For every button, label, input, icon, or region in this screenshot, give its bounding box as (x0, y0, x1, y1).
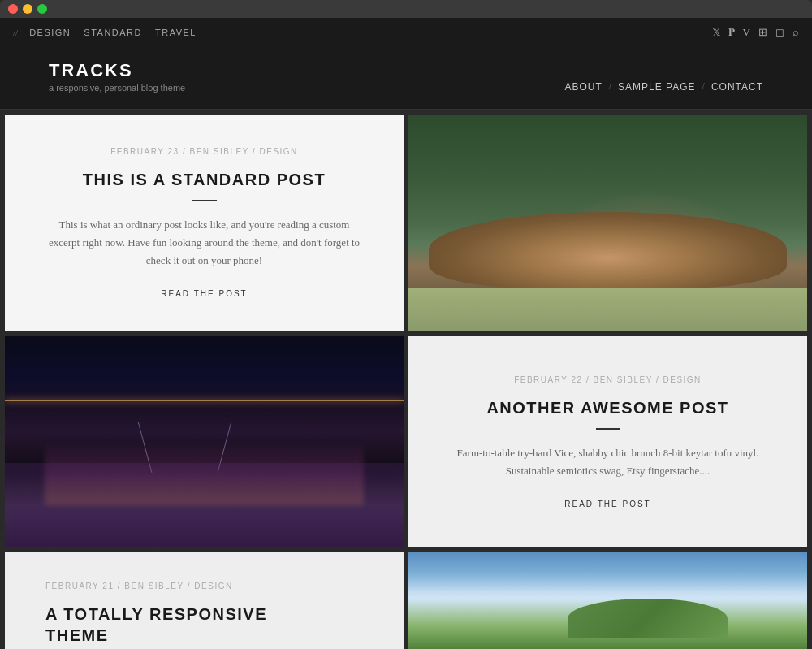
post-2-meta: FEBRUARY 22 / BEN SIBLEY / DESIGN (514, 375, 702, 384)
top-nav-item-standard[interactable]: STANDARD (79, 28, 147, 37)
post-1-divider (192, 200, 217, 201)
site-navigation: ABOUT / SAMPLE PAGE / CONTACT (564, 80, 763, 93)
post-3-image (408, 552, 807, 649)
post-1-image (408, 115, 807, 331)
nav-separator-2: / (702, 80, 705, 93)
bridge-cable-left (137, 422, 152, 473)
instagram-icon[interactable]: ◻ (775, 26, 784, 39)
post-2-excerpt: Farm-to-table try-hard Vice, shabby chic… (449, 444, 767, 480)
traffic-lights (8, 4, 47, 14)
bridge-lights (5, 421, 404, 474)
nav-sample-page[interactable]: SAMPLE PAGE (618, 81, 695, 93)
post-card-3: FEBRUARY 21 / BEN SIBLEY / DESIGN A TOTA… (5, 552, 404, 649)
bridge-cable-right (218, 422, 232, 473)
main-content-grid: FEBRUARY 23 / BEN SIBLEY / DESIGN THIS I… (0, 110, 812, 649)
top-nav-item-travel[interactable]: TRAVEL (150, 28, 201, 37)
post-card-2: FEBRUARY 22 / BEN SIBLEY / DESIGN ANOTHE… (408, 336, 807, 547)
post-1-meta: FEBRUARY 23 / BEN SIBLEY / DESIGN (110, 147, 298, 156)
post-2-image (5, 336, 404, 547)
post-3-title: A TOTALLY RESPONSIVETHEME (45, 604, 363, 646)
minimize-button[interactable] (23, 4, 32, 14)
site-tagline: a responsive, personal blog theme (49, 83, 185, 93)
post-1-excerpt: This is what an ordinary post looks like… (45, 216, 363, 270)
nav-slash-decoration: // (13, 28, 18, 37)
vimeo-icon[interactable]: V (743, 26, 750, 39)
post-card-1: FEBRUARY 23 / BEN SIBLEY / DESIGN THIS I… (5, 115, 404, 331)
post-2-text-block: FEBRUARY 22 / BEN SIBLEY / DESIGN ANOTHE… (408, 336, 807, 547)
post-1-text-block: FEBRUARY 23 / BEN SIBLEY / DESIGN THIS I… (5, 115, 404, 331)
hills-image (408, 552, 807, 649)
forest-image (408, 115, 807, 331)
post-3-text-block: FEBRUARY 21 / BEN SIBLEY / DESIGN A TOTA… (5, 552, 404, 649)
close-button[interactable] (8, 4, 18, 14)
post-2-divider (596, 428, 620, 430)
post-3-meta: FEBRUARY 21 / BEN SIBLEY / DESIGN (45, 582, 363, 591)
fullscreen-button[interactable] (37, 4, 47, 14)
top-nav-item-design[interactable]: DESIGN (24, 28, 76, 37)
pinterest-icon[interactable]: 𝐏 (728, 26, 735, 39)
window-chrome (0, 0, 812, 18)
nav-separator-1: / (609, 80, 611, 93)
post-1-title: THIS IS A STANDARD POST (83, 169, 326, 190)
site-title: TRACKS (49, 60, 185, 81)
site-header: TRACKS a responsive, personal blog theme… (0, 47, 812, 110)
top-navigation-bar: // DESIGN STANDARD TRAVEL 𝕏 𝐏 V ⊞ ◻ ⌕ (0, 18, 812, 47)
post-2-title: ANOTHER AWESOME POST (486, 397, 728, 418)
site-title-block: TRACKS a responsive, personal blog theme (49, 60, 185, 93)
post-1-read-more[interactable]: READ THE POST (161, 289, 247, 299)
twitter-icon[interactable]: 𝕏 (712, 26, 720, 39)
nav-contact[interactable]: CONTACT (711, 81, 763, 93)
top-nav-left: // DESIGN STANDARD TRAVEL (13, 28, 201, 37)
nav-about[interactable]: ABOUT (564, 81, 602, 93)
rss-icon[interactable]: ⊞ (758, 26, 767, 39)
bridge-image (5, 336, 404, 547)
search-icon[interactable]: ⌕ (793, 26, 799, 39)
top-nav-right: 𝕏 𝐏 V ⊞ ◻ ⌕ (712, 26, 799, 39)
post-2-read-more[interactable]: READ THE POST (564, 500, 650, 509)
